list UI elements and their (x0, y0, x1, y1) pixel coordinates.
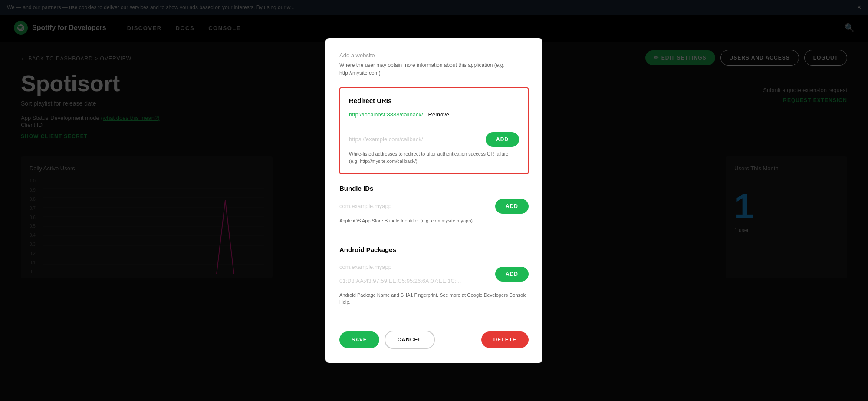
android-packages-section: Android Packages ADD Android Package Nam… (339, 246, 529, 306)
website-section-title: Add a website (339, 52, 529, 59)
remove-uri-link[interactable]: Remove (428, 111, 449, 118)
android-package-input[interactable] (339, 260, 492, 274)
delete-button[interactable]: DELETE (481, 331, 529, 348)
cancel-button[interactable]: CANCEL (385, 331, 435, 349)
existing-uri-row: http://localhost:8888/callback/ Remove (349, 111, 519, 118)
android-fingerprint-input[interactable] (339, 274, 492, 288)
android-hint: Android Package Name and SHA1 Fingerprin… (339, 292, 529, 306)
bundle-ids-section: Bundle IDs ADD Apple iOS App Store Bundl… (339, 185, 529, 235)
add-uri-button[interactable]: ADD (486, 132, 519, 147)
add-bundle-button[interactable]: ADD (495, 199, 529, 214)
add-uri-row: ADD (349, 132, 519, 147)
redirect-section-heading: Redirect URIs (349, 97, 519, 104)
add-bundle-row: ADD (339, 199, 529, 214)
uri-input[interactable] (349, 133, 482, 146)
modal-overlay: Add a website Where the user may obtain … (0, 0, 868, 401)
modal-footer: SAVE CANCEL DELETE (339, 320, 529, 349)
android-section-heading: Android Packages (339, 246, 529, 253)
bundle-input[interactable] (339, 199, 492, 213)
edit-settings-modal: Add a website Where the user may obtain … (326, 38, 542, 363)
divider (349, 125, 519, 125)
bundle-hint: Apple iOS App Store Bundle Identifier (e… (339, 217, 529, 225)
save-button[interactable]: SAVE (339, 331, 379, 348)
existing-uri-link[interactable]: http://localhost:8888/callback/ (349, 111, 423, 118)
redirect-uris-section: Redirect URIs http://localhost:8888/call… (339, 87, 529, 174)
uri-hint: White-listed addresses to redirect to af… (349, 150, 519, 165)
add-android-row: ADD (339, 260, 529, 288)
website-section: Add a website Where the user may obtain … (339, 52, 529, 77)
website-description: Where the user may obtain more informati… (339, 61, 529, 77)
bundle-section-heading: Bundle IDs (339, 185, 529, 192)
add-android-button[interactable]: ADD (495, 267, 529, 282)
